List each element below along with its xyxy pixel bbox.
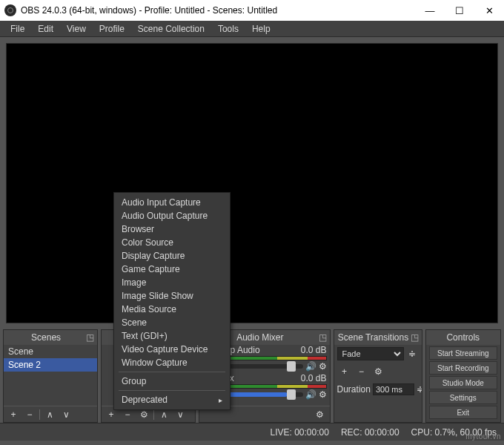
duration-stepper[interactable]: ≑ [417,383,422,396]
mixer-popout-icon[interactable]: ◳ [318,332,327,343]
close-button[interactable]: ✕ [474,0,504,21]
ctx-item-text-gdi-[interactable]: Text (GDI+) [114,329,230,343]
panels-row: Scenes ◳ SceneScene 2 + − ∧ ∨ Sources ◳ … [0,329,504,423]
ctx-item-group[interactable]: Group [114,375,230,388]
maximize-button[interactable]: ☐ [445,0,474,21]
status-bar: LIVE: 00:00:00 REC: 00:00:00 CPU: 0.7%, … [0,423,504,441]
transitions-header: Scene Transitions ◳ [334,330,422,345]
transition-add-button[interactable]: + [337,365,352,378]
duration-input[interactable] [373,383,414,395]
status-rec: REC: 00:00:00 [341,427,399,438]
start-streaming-button[interactable]: Start Streaming [429,346,497,360]
status-cpu: CPU: 0.7%, 60.00 fps [411,427,497,438]
scenes-header: Scenes ◳ [4,330,97,345]
menu-view[interactable]: View [61,22,92,36]
scenes-footer: + − ∧ ∨ [4,406,97,422]
start-recording-button[interactable]: Start Recording [429,361,497,375]
transitions-panel: Scene Transitions ◳ Fade ≑ + − ⚙ Duratio… [334,329,422,423]
channel-settings-icon[interactable]: ⚙ [319,389,327,400]
transitions-body: Fade ≑ + − ⚙ Duration ≑ [334,345,422,422]
scene-up-button[interactable]: ∧ [43,408,56,421]
scenes-list: SceneScene 2 [4,345,97,406]
channel-settings-icon[interactable]: ⚙ [319,361,327,372]
menu-profile[interactable]: Profile [93,22,130,36]
separator [119,372,225,372]
ctx-item-image[interactable]: Image [114,276,230,289]
scenes-popout-icon[interactable]: ◳ [85,332,94,343]
ctx-item-video-capture-device[interactable]: Video Capture Device [114,343,230,356]
scene-add-button[interactable]: + [7,408,20,421]
menu-tools[interactable]: Tools [212,22,245,36]
studio-mode-button[interactable]: Studio Mode [429,376,497,389]
add-source-context-menu: Audio Input CaptureAudio Output CaptureB… [113,192,231,410]
app-icon [4,4,16,16]
exit-button[interactable]: Exit [429,406,497,419]
window-title: OBS 24.0.3 (64-bit, windows) - Profile: … [21,5,277,16]
ctx-item-audio-input-capture[interactable]: Audio Input Capture [114,196,230,209]
preview-area [0,37,504,329]
duration-label: Duration [337,384,371,395]
mixer-settings-button[interactable]: ⚙ [314,408,327,421]
controls-body: Start StreamingStart RecordingStudio Mod… [426,345,500,422]
ctx-item-audio-output-capture[interactable]: Audio Output Capture [114,209,230,222]
ctx-item-window-capture[interactable]: Window Capture [114,356,230,369]
transitions-title: Scene Transitions [337,332,410,343]
scenes-title: Scenes [7,332,85,343]
controls-panel: Controls Start StreamingStart RecordingS… [425,329,501,423]
speaker-icon[interactable]: 🔊 [305,389,316,400]
menubar: FileEditViewProfileScene CollectionTools… [0,21,504,37]
ctx-item-deprecated[interactable]: Deprecated▸ [114,393,230,406]
scene-row[interactable]: Scene 2 [4,358,97,372]
ctx-item-media-source[interactable]: Media Source [114,303,230,316]
scene-row[interactable]: Scene [4,345,97,358]
chevron-right-icon: ▸ [219,396,222,404]
channel-db: 0.0 dB [301,373,327,383]
menu-edit[interactable]: Edit [32,22,59,36]
ctx-item-browser[interactable]: Browser [114,222,230,236]
settings-button[interactable]: Settings [429,391,497,404]
speaker-icon[interactable]: 🔊 [305,361,316,372]
transition-settings-button[interactable]: ⚙ [371,365,386,378]
transition-select[interactable]: Fade [337,347,405,360]
ctx-item-scene[interactable]: Scene [114,316,230,329]
preview-canvas[interactable] [6,43,498,323]
separator [119,390,225,391]
scene-down-button[interactable]: ∨ [59,408,73,421]
ctx-item-game-capture[interactable]: Game Capture [114,263,230,276]
menu-help[interactable]: Help [246,22,276,36]
transitions-popout-icon[interactable]: ◳ [410,332,419,343]
scene-remove-button[interactable]: − [23,408,36,421]
channel-db: 0.0 dB [301,345,327,355]
scenes-panel: Scenes ◳ SceneScene 2 + − ∧ ∨ [3,329,98,423]
titlebar: OBS 24.0.3 (64-bit, windows) - Profile: … [0,0,504,21]
status-live: LIVE: 00:00:00 [270,427,328,438]
ctx-item-display-capture[interactable]: Display Capture [114,249,230,263]
transition-updown-button[interactable]: ≑ [406,347,418,360]
transition-remove-button[interactable]: − [354,365,369,378]
separator [39,409,40,420]
ctx-item-color-source[interactable]: Color Source [114,236,230,249]
controls-title: Controls [429,332,497,343]
minimize-button[interactable]: — [415,0,445,21]
ctx-item-image-slide-show[interactable]: Image Slide Show [114,289,230,303]
controls-header: Controls [426,330,500,345]
window-buttons: — ☐ ✕ [415,0,504,21]
menu-file[interactable]: File [4,22,30,36]
menu-scene-collection[interactable]: Scene Collection [132,22,210,36]
separator [153,409,154,420]
